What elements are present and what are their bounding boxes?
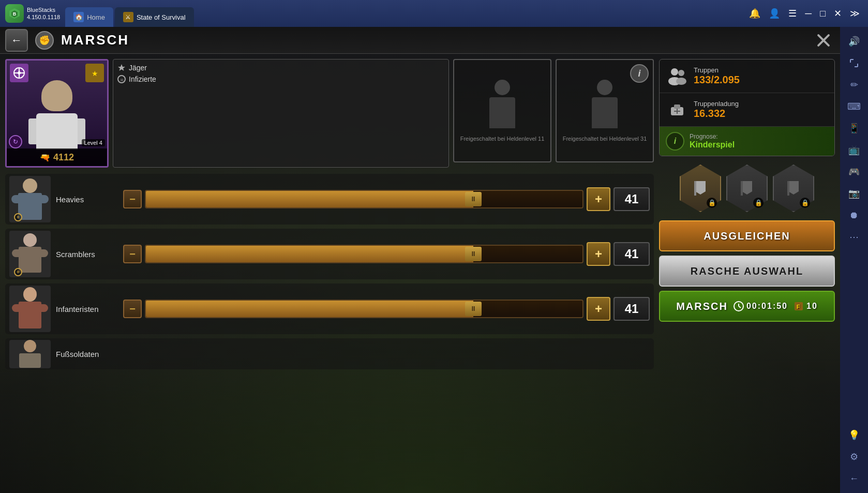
troop-count-infanteristen: 41 [613, 297, 650, 321]
flag-lock-3: 🔒 [800, 198, 810, 208]
svg-text:☠: ☠ [120, 78, 124, 82]
flags-row: 🔒 🔒 [659, 160, 835, 216]
sidebar-edit-btn[interactable]: ✏ [844, 74, 864, 95]
hero-info-card: Jäger ☠ Infizierte [113, 59, 449, 168]
march-header-icon: ✊ [33, 29, 56, 52]
hero-slot-2-silhouette [482, 80, 523, 131]
stat-row-truppenladung: Truppenladung 16.332 [660, 93, 834, 127]
troop-slider-infanteristen[interactable]: II [145, 300, 583, 318]
truppen-info: Truppen 133/2.095 [694, 66, 740, 86]
flag-slot-2[interactable]: 🔒 [726, 165, 768, 212]
troop-count-heavies: 41 [613, 187, 650, 211]
troop-count-scramblers: 41 [613, 242, 650, 266]
bs-tab-home[interactable]: 🏠 Home [65, 7, 113, 27]
sidebar-volume-btn[interactable]: 🔊 [844, 31, 864, 52]
sidebar-keyboard-btn[interactable]: ⌨ [844, 96, 864, 117]
menu-icon[interactable]: ☰ [788, 8, 797, 19]
troop-slider-heavies[interactable]: II [145, 190, 583, 208]
svg-rect-18 [674, 104, 680, 109]
bs-logo-icon: B [5, 4, 24, 23]
svg-text:F: F [797, 304, 801, 310]
maximize-icon[interactable]: □ [820, 8, 826, 19]
troop-plus-infanteristen[interactable]: + [587, 297, 610, 321]
troop-slider-fill-infanteristen [146, 301, 473, 317]
flag-slot-1[interactable]: 🔒 [680, 165, 721, 212]
hero-role-row: Jäger [117, 64, 444, 72]
troop-row-heavies: II Heavies − II + 41 [5, 174, 654, 225]
marsch-btn-label: MARSCH [676, 301, 728, 312]
sidebar-back-btn[interactable]: ← [844, 468, 864, 489]
info-button[interactable]: i [630, 64, 649, 83]
notification-icon[interactable]: 🔔 [749, 8, 760, 19]
sidebar-settings-btn[interactable]: ⚙ [844, 446, 864, 467]
troop-plus-scramblers[interactable]: + [587, 242, 610, 266]
back-button[interactable]: ← [5, 29, 28, 52]
truppen-value: 133/2.095 [694, 74, 740, 86]
sidebar-light-btn[interactable]: 💡 [844, 425, 864, 445]
rasche-auswahl-button[interactable]: RASCHE AUSWAHL [659, 256, 835, 287]
troop-minus-infanteristen[interactable]: − [123, 300, 142, 318]
prognose-icon: i [666, 132, 684, 151]
troop-controls-heavies: − II + 41 [123, 187, 650, 211]
hero-card-main[interactable]: ★ ↻ [5, 59, 109, 168]
right-panel: Truppen 133/2.095 T [659, 59, 835, 488]
hero-slot-2[interactable]: Freigeschaltet bei Heldenlevel 11 [453, 59, 551, 162]
svg-point-15 [678, 70, 684, 76]
troop-minus-heavies[interactable]: − [123, 190, 142, 208]
hero-selection: ★ ↻ [5, 59, 654, 168]
close-button[interactable] [812, 29, 835, 52]
svg-rect-21 [694, 181, 696, 196]
close-icon[interactable]: ✕ [834, 8, 842, 19]
stat-row-truppen: Truppen 133/2.095 [660, 59, 834, 93]
prognose-prefix: Prognose: [690, 133, 735, 140]
hero-gun-icon: 🔫 [40, 153, 50, 162]
bluestacks-topbar: B BlueStacks 4.150.0.1118 🏠 Home ⚔ State… [0, 0, 868, 27]
hero-level-refresh: ↻ [9, 135, 22, 148]
svg-line-26 [739, 306, 741, 308]
troop-name-fuss: Fußsoldaten [56, 350, 118, 358]
svg-rect-22 [741, 181, 743, 196]
game-tab-label: State of Survival [137, 13, 186, 21]
hero-infection-label: Infizierte [129, 75, 156, 83]
hero-target-icon [10, 64, 28, 82]
truppenladung-info: Truppenladung 16.332 [694, 100, 739, 119]
close-x-icon [815, 32, 832, 49]
account-icon[interactable]: 👤 [769, 8, 780, 19]
troop-slider-fill-scramblers [146, 246, 473, 262]
troop-avatar-heavies: II [9, 176, 51, 222]
game-tab-icon: ⚔ [123, 12, 133, 22]
flag-slot-3[interactable]: 🔒 [773, 165, 814, 212]
expand-icon[interactable]: ≫ [850, 8, 860, 19]
sidebar-gamepad-btn[interactable]: 🎮 [844, 161, 864, 182]
bluestacks-right-sidebar: 🔊 ✏ ⌨ 📱 📺 🎮 📷 ⏺ ⋯ 💡 ⚙ ← [840, 27, 868, 493]
troop-row-infanteristen: Infanteristen − II + 41 [5, 283, 654, 334]
troop-slider-handle-heavies: II [465, 192, 482, 206]
page-title: MARSCH [61, 32, 129, 48]
bs-tab-game[interactable]: ⚔ State of Survival [115, 7, 194, 27]
troop-slider-fill-heavies [146, 191, 473, 207]
sidebar-camera-btn[interactable]: 📷 [844, 183, 864, 204]
troop-row-scramblers: II Scramblers − II + 41 [5, 229, 654, 279]
hero-slot-3-label: Freigeschaltet bei Heldenlevel 31 [559, 136, 651, 142]
game-topbar: ← ✊ MARSCH [0, 27, 840, 54]
troop-minus-scramblers[interactable]: − [123, 245, 142, 263]
svg-point-13 [671, 68, 678, 76]
troop-plus-heavies[interactable]: + [587, 187, 610, 211]
back-arrow-icon: ← [11, 34, 22, 47]
troop-name-scramblers: Scramblers [56, 250, 118, 259]
ausgleichen-button[interactable]: AUSGLEICHEN [659, 220, 835, 251]
stat-row-prognose: i Prognose: Kinderspiel [660, 127, 834, 156]
truppen-label: Truppen [694, 66, 740, 74]
hero-slot-3-silhouette [584, 80, 625, 131]
main-content: ★ ↻ [0, 54, 840, 493]
sidebar-mobile-btn[interactable]: 📱 [844, 118, 864, 139]
marsch-button[interactable]: MARSCH 00:01:50 F 10 [659, 291, 835, 322]
svg-text:B: B [13, 11, 17, 17]
sidebar-resize-btn[interactable] [844, 53, 864, 73]
troop-slider-scramblers[interactable]: II [145, 245, 583, 263]
minimize-icon[interactable]: ─ [805, 8, 812, 19]
sidebar-record-btn[interactable]: ⏺ [844, 205, 864, 226]
sidebar-more-btn[interactable]: ⋯ [844, 227, 864, 247]
bluestacks-logo: B BlueStacks 4.150.0.1118 [0, 4, 65, 23]
sidebar-tv-btn[interactable]: 📺 [844, 140, 864, 160]
